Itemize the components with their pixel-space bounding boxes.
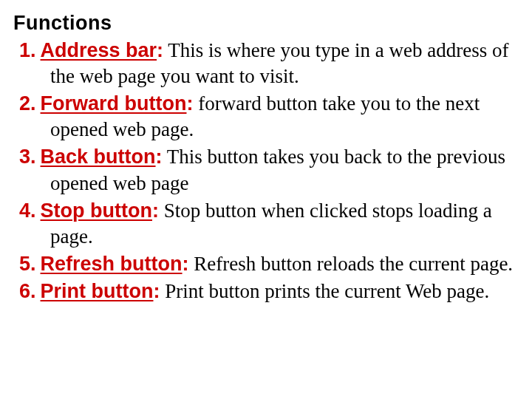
list-item: 6.Print button: Print button prints the … (13, 279, 519, 304)
item-desc: Print button prints the current Web page… (160, 280, 490, 302)
item-number: 1. (19, 39, 36, 61)
item-term: Back button (41, 146, 156, 168)
item-colon: : (157, 39, 163, 61)
item-number: 3. (19, 146, 36, 168)
item-number: 6. (19, 280, 36, 302)
list-item: 5.Refresh button: Refresh button reloads… (13, 251, 519, 277)
list-item: 4.Stop button: Stop button when clicked … (13, 198, 519, 250)
item-term: Stop button (41, 200, 152, 222)
item-colon: : (154, 280, 160, 302)
item-colon: : (187, 92, 194, 115)
item-colon: : (156, 146, 163, 168)
item-term: Forward button (41, 92, 187, 115)
functions-list: 1.Address bar: This is where you type in… (13, 38, 519, 304)
list-item: 3.Back button: This button takes you bac… (13, 144, 519, 196)
item-term: Refresh button (41, 253, 183, 275)
item-number: 2. (19, 92, 36, 115)
item-colon: : (183, 253, 189, 275)
item-number: 4. (19, 200, 36, 222)
list-item: 1.Address bar: This is where you type in… (13, 38, 519, 89)
list-item: 2.Forward button: forward button take yo… (13, 91, 519, 143)
item-term: Print button (41, 280, 154, 302)
item-term: Address bar (41, 39, 157, 61)
item-desc: Refresh button reloads the current page. (189, 253, 514, 275)
item-colon: : (152, 200, 159, 222)
item-number: 5. (19, 253, 36, 275)
page-heading: Functions (13, 10, 519, 36)
